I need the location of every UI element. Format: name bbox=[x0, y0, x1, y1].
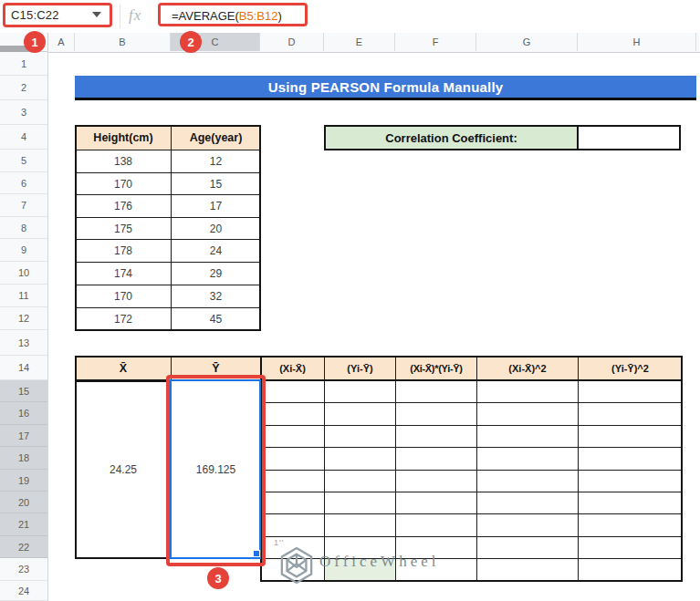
calc-cell[interactable] bbox=[395, 380, 477, 403]
data-cell[interactable]: 32 bbox=[171, 285, 261, 308]
formula-input[interactable]: =AVERAGE(B5:B12) bbox=[172, 9, 282, 23]
data-cell[interactable]: 138 bbox=[75, 150, 172, 173]
calc-cell[interactable] bbox=[260, 380, 325, 403]
calc-header[interactable]: (Yi-Ȳ)^2 bbox=[578, 356, 683, 381]
data-cell[interactable]: 15 bbox=[171, 172, 261, 195]
calc-cell[interactable] bbox=[324, 380, 396, 403]
data-cell[interactable]: 174 bbox=[75, 262, 172, 285]
row-header-22[interactable]: 22 bbox=[0, 536, 47, 558]
row-header-11[interactable]: 11 bbox=[0, 285, 47, 307]
calc-cell[interactable] bbox=[476, 558, 579, 582]
data-cell[interactable]: 12 bbox=[171, 150, 261, 173]
calc-cell[interactable] bbox=[578, 536, 683, 559]
calc-cell[interactable] bbox=[324, 447, 396, 471]
column-header-F[interactable]: F bbox=[395, 33, 476, 51]
data-cell[interactable]: 29 bbox=[171, 262, 261, 285]
column-header-H[interactable]: H bbox=[578, 33, 696, 51]
calc-cell[interactable] bbox=[395, 470, 477, 492]
row-header-16[interactable]: 16 bbox=[0, 402, 47, 425]
data-cell[interactable]: 175 bbox=[75, 217, 172, 240]
column-header-B[interactable]: B bbox=[75, 33, 171, 51]
calc-cell[interactable] bbox=[476, 536, 579, 559]
row-header-6[interactable]: 6 bbox=[0, 172, 47, 194]
calc-cell[interactable] bbox=[260, 447, 325, 471]
data-cell[interactable]: 20 bbox=[171, 217, 261, 240]
correlation-value-cell[interactable] bbox=[577, 125, 681, 150]
calc-header[interactable]: (Xi-X̄)^2 bbox=[476, 356, 579, 381]
data-cell[interactable]: 24 bbox=[171, 239, 261, 263]
calc-cell[interactable] bbox=[578, 425, 683, 448]
calc-cell[interactable] bbox=[395, 425, 477, 448]
row-header-21[interactable]: 21 bbox=[0, 513, 47, 536]
calc-cell[interactable] bbox=[476, 513, 579, 537]
calc-header[interactable]: Ȳ bbox=[171, 356, 261, 381]
calc-cell[interactable] bbox=[476, 402, 579, 426]
name-box[interactable]: C15:C22 bbox=[0, 0, 119, 32]
cell-x-mean[interactable]: 24.25 bbox=[75, 380, 172, 559]
row-header-3[interactable]: 3 bbox=[0, 100, 47, 125]
calc-cell[interactable] bbox=[324, 513, 396, 537]
column-header-E[interactable]: E bbox=[324, 33, 395, 51]
calc-cell[interactable] bbox=[476, 425, 579, 448]
column-header-G[interactable]: G bbox=[476, 33, 578, 51]
column-header-A[interactable]: A bbox=[48, 33, 75, 51]
column-header-D[interactable]: D bbox=[260, 33, 324, 51]
row-header-9[interactable]: 9 bbox=[0, 239, 47, 262]
calc-cell[interactable] bbox=[476, 470, 579, 492]
cell-y-mean[interactable]: 169.125 bbox=[171, 380, 261, 558]
row-header-18[interactable]: 18 bbox=[0, 447, 47, 470]
calc-cell[interactable] bbox=[324, 425, 396, 448]
calc-cell[interactable] bbox=[578, 402, 683, 426]
row-header-14[interactable]: 14 bbox=[0, 356, 47, 380]
name-box-value[interactable]: C15:C22 bbox=[11, 8, 59, 22]
calc-cell[interactable] bbox=[324, 402, 396, 426]
calc-header[interactable]: (Xi-X̄) bbox=[260, 356, 325, 381]
calc-cell[interactable] bbox=[324, 470, 396, 492]
data-cell[interactable]: 172 bbox=[75, 307, 172, 331]
data-cell[interactable]: 45 bbox=[171, 307, 261, 331]
data-cell[interactable]: 17 bbox=[171, 194, 261, 218]
height-age-header[interactable]: Age(year) bbox=[171, 125, 261, 150]
row-header-17[interactable]: 17 bbox=[0, 425, 47, 447]
data-cell[interactable]: 178 bbox=[75, 239, 172, 263]
calc-cell[interactable] bbox=[578, 447, 683, 471]
calc-cell[interactable] bbox=[395, 447, 477, 471]
row-header-24[interactable]: 24 bbox=[0, 581, 47, 601]
calc-cell[interactable] bbox=[260, 470, 325, 492]
calc-cell[interactable] bbox=[578, 513, 683, 537]
row-header-12[interactable]: 12 bbox=[0, 307, 47, 330]
data-cell[interactable]: 170 bbox=[75, 285, 172, 308]
calc-cell[interactable] bbox=[260, 402, 325, 426]
calc-header[interactable]: X̄ bbox=[75, 356, 172, 381]
calc-header[interactable]: (Yi-Ȳ) bbox=[324, 356, 396, 381]
correlation-label-cell[interactable]: Correlation Coefficient: bbox=[324, 125, 579, 150]
calc-cell[interactable] bbox=[476, 492, 579, 514]
row-header-13[interactable]: 13 bbox=[0, 330, 47, 356]
calc-cell[interactable] bbox=[260, 513, 325, 537]
calc-cell[interactable] bbox=[395, 402, 477, 426]
row-header-2[interactable]: 2 bbox=[0, 76, 47, 100]
row-header-5[interactable]: 5 bbox=[0, 150, 47, 172]
row-header-8[interactable]: 8 bbox=[0, 217, 47, 239]
row-header-10[interactable]: 10 bbox=[0, 262, 47, 285]
row-header-23[interactable]: 23 bbox=[0, 558, 47, 581]
calc-cell[interactable] bbox=[395, 492, 477, 514]
data-cell[interactable]: 176 bbox=[75, 194, 172, 218]
title-banner-cell[interactable]: Using PEARSON Formula Manually bbox=[75, 76, 696, 100]
height-age-header[interactable]: Height(cm) bbox=[75, 125, 172, 150]
calc-cell[interactable] bbox=[260, 492, 325, 514]
chevron-down-icon[interactable] bbox=[92, 12, 101, 17]
fill-handle[interactable] bbox=[253, 550, 260, 557]
calc-cell[interactable] bbox=[324, 492, 396, 514]
calc-cell[interactable] bbox=[578, 380, 683, 403]
row-header-19[interactable]: 19 bbox=[0, 470, 47, 492]
row-header-1[interactable]: 1 bbox=[0, 52, 47, 76]
calc-cell[interactable] bbox=[578, 470, 683, 492]
row-header-20[interactable]: 20 bbox=[0, 492, 47, 513]
row-header-15[interactable]: 15 bbox=[0, 380, 47, 402]
calc-cell[interactable] bbox=[476, 380, 579, 403]
calc-cell[interactable] bbox=[476, 447, 579, 471]
calc-cell[interactable] bbox=[260, 425, 325, 448]
calc-cell[interactable] bbox=[395, 513, 477, 537]
calc-header[interactable]: (Xi-X̄)*(Yi-Ȳ) bbox=[395, 356, 477, 381]
